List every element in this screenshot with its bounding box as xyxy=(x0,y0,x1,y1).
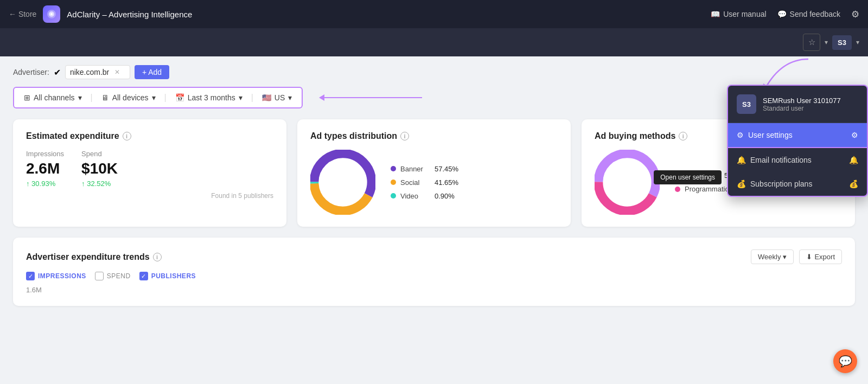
user-chevron[interactable]: ▾ xyxy=(856,39,859,46)
expenditure-info-icon[interactable]: i xyxy=(123,132,131,140)
spend-toggle[interactable]: SPEND xyxy=(95,272,131,280)
filter-arrow xyxy=(319,94,422,101)
add-advertiser-button[interactable]: + Add xyxy=(135,65,169,79)
user-name: SEMRush User 3101077 xyxy=(763,97,841,105)
open-user-settings-tooltip: Open user settings xyxy=(654,170,722,184)
gear-icon-right: ⚙ xyxy=(851,131,858,139)
channels-icon: ⊞ xyxy=(24,93,30,102)
ad-types-card: Ad types distribution i xyxy=(297,119,571,227)
favorite-button[interactable]: ☆ xyxy=(803,34,820,51)
favorites-chevron[interactable]: ▾ xyxy=(825,39,828,46)
advertiser-label: Advertiser: xyxy=(13,68,49,76)
devices-chevron: ▾ xyxy=(152,93,156,102)
top-navigation: ← Store AdClarity – Advertising Intellig… xyxy=(0,0,868,28)
ad-buying-title: Ad buying methods xyxy=(595,131,675,141)
nike-icon: ✔ xyxy=(54,67,61,78)
impressions-value: 2.6M xyxy=(26,160,64,177)
chat-icon: 💬 xyxy=(777,10,787,18)
user-settings-panel: S3 SEMRush User 3101077 Standard user ⚙ … xyxy=(727,85,868,197)
svg-point-2 xyxy=(50,13,53,15)
legend-video: Video 0.90% xyxy=(391,192,458,200)
video-dot xyxy=(391,193,396,199)
user-role: Standard user xyxy=(763,105,841,112)
spend-label: Spend xyxy=(81,150,118,158)
panel-item-user-settings[interactable]: ⚙ User settings ⚙ xyxy=(728,123,867,147)
trend-y-axis-label: 1.6M xyxy=(26,286,842,294)
banner-dot xyxy=(391,166,396,171)
advertiser-value: nike.com.br xyxy=(70,68,109,76)
trends-card: Advertiser expenditure trends i Weekly ▾… xyxy=(13,238,855,306)
spend-checkbox[interactable] xyxy=(95,272,104,280)
publishers-checkbox[interactable]: ✓ xyxy=(139,272,148,280)
weekly-button[interactable]: Weekly ▾ xyxy=(751,249,794,264)
money-icon: 💰 xyxy=(737,180,746,188)
trend-filters: ✓ IMPRESSIONS SPEND ✓ PUBLISHERS xyxy=(26,272,842,280)
download-icon: ⬇ xyxy=(806,253,812,261)
notification-bell-icon: 🔔 xyxy=(849,156,858,164)
back-to-store[interactable]: ← Store xyxy=(9,10,36,18)
ad-types-legend: Banner 57.45% Social 41.65% Video 0.90% xyxy=(391,165,458,200)
expenditure-card: Estimated expenditure i Impressions 2.6M… xyxy=(13,119,286,227)
spend-metric: Spend $10K ↑ 32.52% xyxy=(81,150,118,188)
ad-buying-donut xyxy=(595,150,660,215)
spend-value: $10K xyxy=(81,160,118,177)
channels-filter[interactable]: ⊞ All channels ▾ xyxy=(22,92,84,103)
flag-icon: 🇺🇸 xyxy=(262,93,271,102)
ad-buying-info-icon[interactable]: i xyxy=(679,132,687,140)
chat-button[interactable]: 💬 xyxy=(833,349,857,373)
impressions-change: ↑ 30.93% xyxy=(26,180,64,188)
programmatic-dot xyxy=(675,187,680,192)
export-button[interactable]: ⬇ Export xyxy=(799,249,842,264)
app-logo xyxy=(43,5,60,23)
period-chevron: ▾ xyxy=(239,93,242,102)
calendar-icon: 📅 xyxy=(175,93,184,102)
devices-icon: 🖥 xyxy=(101,93,109,102)
settings-gear-icon[interactable]: ⚙ xyxy=(851,9,859,20)
subscription-icon: 💰 xyxy=(849,180,858,188)
ad-types-donut xyxy=(310,150,375,215)
chat-bubble-icon: 💬 xyxy=(839,355,852,368)
trends-info-icon[interactable]: i xyxy=(153,253,162,261)
publishers-toggle[interactable]: ✓ PUBLISHERS xyxy=(139,272,196,280)
weekly-chevron: ▾ xyxy=(783,253,787,261)
user-badge[interactable]: S3 xyxy=(832,35,852,50)
country-filter[interactable]: 🇺🇸 US ▾ xyxy=(260,92,294,103)
found-publishers-text: Found in 5 publishers xyxy=(26,192,273,200)
legend-social: Social 41.65% xyxy=(391,178,458,187)
sub-navigation: ☆ ▾ S3 ▾ S3 SEMRush User 3101077 Standar… xyxy=(0,28,868,56)
impressions-label: Impressions xyxy=(26,150,64,158)
filter-row: ⊞ All channels ▾ | 🖥 All devices ▾ | 📅 L… xyxy=(13,87,303,108)
panel-item-email-notifications[interactable]: 🔔 Email notifications 🔔 xyxy=(728,148,867,172)
legend-banner: Banner 57.45% xyxy=(391,165,458,173)
star-icon: ☆ xyxy=(808,37,815,47)
book-icon: 📖 xyxy=(711,10,720,18)
ad-types-title: Ad types distribution xyxy=(310,131,397,141)
ad-types-info-icon[interactable]: i xyxy=(400,132,409,140)
user-manual-link[interactable]: 📖 User manual xyxy=(711,10,766,18)
spend-change: ↑ 32.52% xyxy=(81,180,118,188)
app-title: AdClarity – Advertising Intelligence xyxy=(67,10,192,19)
remove-advertiser-icon[interactable]: ✕ xyxy=(114,68,120,76)
advertiser-row: Advertiser: ✔ nike.com.br ✕ + Add xyxy=(13,65,855,79)
expenditure-title: Estimated expenditure xyxy=(26,131,119,141)
settings-icon: ⚙ xyxy=(737,131,744,139)
advertiser-input[interactable]: nike.com.br ✕ xyxy=(65,65,130,79)
devices-filter[interactable]: 🖥 All devices ▾ xyxy=(99,92,158,103)
svg-point-6 xyxy=(314,153,372,211)
channels-chevron: ▾ xyxy=(78,93,82,102)
send-feedback-link[interactable]: 💬 Send feedback xyxy=(777,10,840,18)
country-chevron: ▾ xyxy=(288,93,292,102)
panel-item-subscription[interactable]: 💰 Subscription plans 💰 xyxy=(728,172,867,196)
social-dot xyxy=(391,180,396,185)
impressions-metric: Impressions 2.6M ↑ 30.93% xyxy=(26,150,64,188)
impressions-checkbox[interactable]: ✓ xyxy=(26,272,35,280)
period-filter[interactable]: 📅 Last 3 months ▾ xyxy=(173,92,245,103)
trends-title: Advertiser expenditure trends xyxy=(26,252,150,262)
bell-icon: 🔔 xyxy=(737,156,746,164)
user-avatar: S3 xyxy=(737,94,756,114)
svg-point-8 xyxy=(598,153,656,211)
impressions-toggle[interactable]: ✓ IMPRESSIONS xyxy=(26,272,86,280)
user-panel-header: S3 SEMRush User 3101077 Standard user xyxy=(728,86,867,123)
